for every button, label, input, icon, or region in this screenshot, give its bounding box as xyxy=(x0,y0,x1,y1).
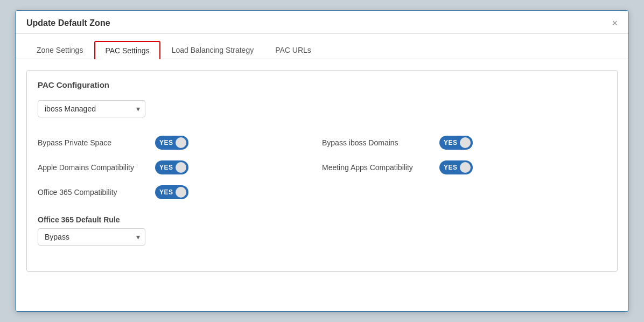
tab-zone-settings[interactable]: Zone Settings xyxy=(26,41,93,59)
toggle-row-bypass-iboss: Bypass iboss Domains YES xyxy=(322,130,606,155)
apple-domains-toggle[interactable]: YES xyxy=(155,160,188,174)
meeting-apps-toggle[interactable]: YES xyxy=(439,160,473,174)
tab-pac-urls[interactable]: PAC URLs xyxy=(265,41,321,59)
modal-body: PAC Configuration iboss Managed Custom B… xyxy=(16,59,628,283)
toggle-knob xyxy=(460,162,471,173)
section-title: PAC Configuration xyxy=(38,80,606,89)
right-toggles-col: Bypass iboss Domains YES Meeting Apps Co… xyxy=(322,130,606,205)
apple-domains-label: Apple Domains Compatibility xyxy=(38,163,145,172)
tab-bar: Zone Settings PAC Settings Load Balancin… xyxy=(16,34,628,59)
toggle-knob xyxy=(176,137,186,148)
toggle-row-office365-compat: Office 365 Compatibility YES xyxy=(38,180,322,205)
office-default-rule-select-wrapper[interactable]: Bypass Direct Proxy xyxy=(38,228,145,246)
toggle-row-bypass-private-space: Bypass Private Space YES xyxy=(38,130,322,155)
managed-select[interactable]: iboss Managed Custom xyxy=(38,100,145,117)
bypass-private-space-toggle[interactable]: YES xyxy=(155,136,188,150)
toggle-knob xyxy=(460,137,471,148)
toggle-row-apple-domains: Apple Domains Compatibility YES xyxy=(38,155,322,180)
bypass-iboss-label: Bypass iboss Domains xyxy=(322,138,430,147)
toggle-knob xyxy=(176,162,186,173)
bypass-private-space-label: Bypass Private Space xyxy=(38,138,145,147)
left-toggles-col: Bypass Private Space YES Apple Domains C… xyxy=(38,130,322,205)
tab-pac-settings[interactable]: PAC Settings xyxy=(94,41,160,59)
office-default-rule-select[interactable]: Bypass Direct Proxy xyxy=(38,228,145,246)
toggle-knob xyxy=(176,187,186,198)
bypass-iboss-toggle[interactable]: YES xyxy=(439,136,473,150)
office365-compat-toggle[interactable]: YES xyxy=(155,185,188,199)
close-button[interactable]: × xyxy=(612,18,618,28)
pac-config-section: PAC Configuration iboss Managed Custom B… xyxy=(26,70,618,272)
modal-header: Update Default Zone × xyxy=(16,11,628,34)
office365-compat-label: Office 365 Compatibility xyxy=(38,188,145,197)
tab-load-balancing-strategy[interactable]: Load Balancing Strategy xyxy=(162,41,264,59)
modal-dialog: Update Default Zone × Zone Settings PAC … xyxy=(15,10,629,312)
toggle-row-meeting-apps: Meeting Apps Compatibility YES xyxy=(322,155,606,180)
modal-title: Update Default Zone xyxy=(26,18,110,28)
toggles-grid: Bypass Private Space YES Apple Domains C… xyxy=(38,130,606,205)
managed-select-wrapper[interactable]: iboss Managed Custom xyxy=(38,100,145,117)
office-default-rule-label: Office 365 Default Rule xyxy=(38,215,606,224)
office-default-rule-section: Office 365 Default Rule Bypass Direct Pr… xyxy=(38,215,606,258)
meeting-apps-label: Meeting Apps Compatibility xyxy=(322,163,430,172)
